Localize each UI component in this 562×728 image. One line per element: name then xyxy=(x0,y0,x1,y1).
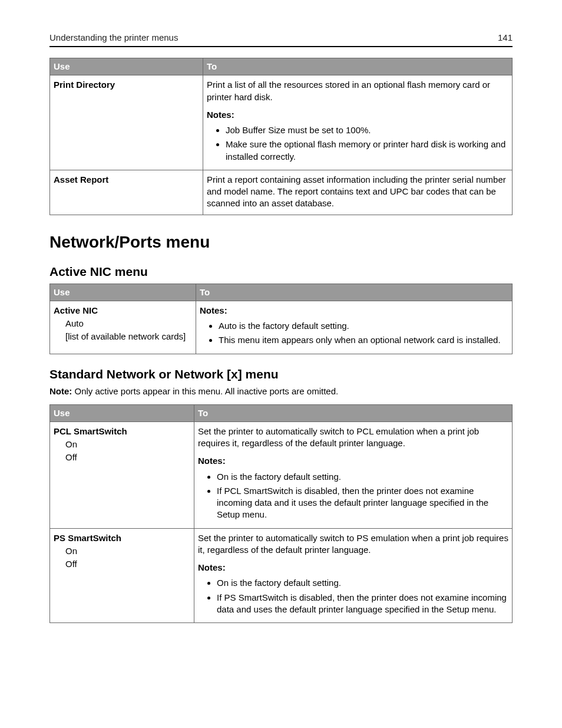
col-header-use: Use xyxy=(50,284,196,301)
row-description: Print a list of all the resources stored… xyxy=(207,79,508,103)
row-description: Set the printer to automatically switch … xyxy=(198,426,508,450)
row-option: Off xyxy=(54,452,190,463)
note-line: Note: Only active ports appear in this m… xyxy=(49,386,513,396)
note-item: On is the factory default setting. xyxy=(217,577,508,589)
table-row: Active NIC Auto [list of available netwo… xyxy=(50,301,513,354)
row-option: Off xyxy=(54,558,190,570)
col-header-to: To xyxy=(203,58,513,75)
note-item: If PS SmartSwitch is disabled, then the … xyxy=(217,592,508,616)
col-header-to: To xyxy=(194,404,513,421)
section-heading: Network/Ports menu xyxy=(49,233,513,252)
row-description: Print a report containing asset informat… xyxy=(207,174,508,210)
active-nic-table: Use To Active NIC Auto [list of availabl… xyxy=(49,284,513,354)
row-title: Print Directory xyxy=(54,79,199,91)
notes-label: Notes: xyxy=(200,305,508,317)
col-header-to: To xyxy=(196,284,513,301)
row-option: On xyxy=(54,545,190,557)
note-item: On is the factory default setting. xyxy=(217,471,508,483)
note-item: Make sure the optional flash memory or p… xyxy=(226,139,508,163)
document-page: Understanding the printer menus 141 Use … xyxy=(0,0,562,728)
row-option: [list of available network cards] xyxy=(54,331,192,342)
col-header-use: Use xyxy=(50,58,203,75)
table-row: PS SmartSwitch On Off Set the printer to… xyxy=(50,528,513,623)
note-item: If PCL SmartSwitch is disabled, then the… xyxy=(217,485,508,521)
note-bold: Note: xyxy=(49,386,72,396)
table-row: PCL SmartSwitch On Off Set the printer t… xyxy=(50,421,513,528)
row-title: PS SmartSwitch xyxy=(54,532,190,544)
row-title: PCL SmartSwitch xyxy=(54,426,190,437)
subsection-heading: Standard Network or Network [x] menu xyxy=(49,367,513,381)
notes-label: Notes: xyxy=(207,109,508,121)
page-number: 141 xyxy=(498,32,513,42)
notes-list: Auto is the factory default setting. Thi… xyxy=(200,320,508,347)
notes-list: On is the factory default setting. If PS… xyxy=(198,577,508,615)
table-row: Asset Report Print a report containing a… xyxy=(50,170,513,215)
subsection-heading: Active NIC menu xyxy=(49,265,513,279)
standard-network-table: Use To PCL SmartSwitch On Off Set the pr… xyxy=(49,404,513,624)
reports-table: Use To Print Directory Print a list of a… xyxy=(49,58,513,215)
row-title: Active NIC xyxy=(54,305,192,317)
row-option: On xyxy=(54,439,190,450)
row-title: Asset Report xyxy=(54,174,199,186)
row-description: Set the printer to automatically switch … xyxy=(198,532,508,556)
page-header: Understanding the printer menus 141 xyxy=(49,32,513,47)
note-item: This menu item appears only when an opti… xyxy=(219,334,508,346)
col-header-use: Use xyxy=(50,404,194,421)
notes-label: Notes: xyxy=(198,562,508,574)
notes-label: Notes: xyxy=(198,455,508,467)
note-item: Job Buffer Size must be set to 100%. xyxy=(226,124,508,136)
note-item: Auto is the factory default setting. xyxy=(219,320,508,332)
notes-list: Job Buffer Size must be set to 100%. Mak… xyxy=(207,124,508,163)
header-title: Understanding the printer menus xyxy=(49,32,178,42)
notes-list: On is the factory default setting. If PC… xyxy=(198,471,508,521)
note-text: Only active ports appear in this menu. A… xyxy=(72,386,338,396)
table-row: Print Directory Print a list of all the … xyxy=(50,75,513,170)
row-option: Auto xyxy=(54,318,192,330)
